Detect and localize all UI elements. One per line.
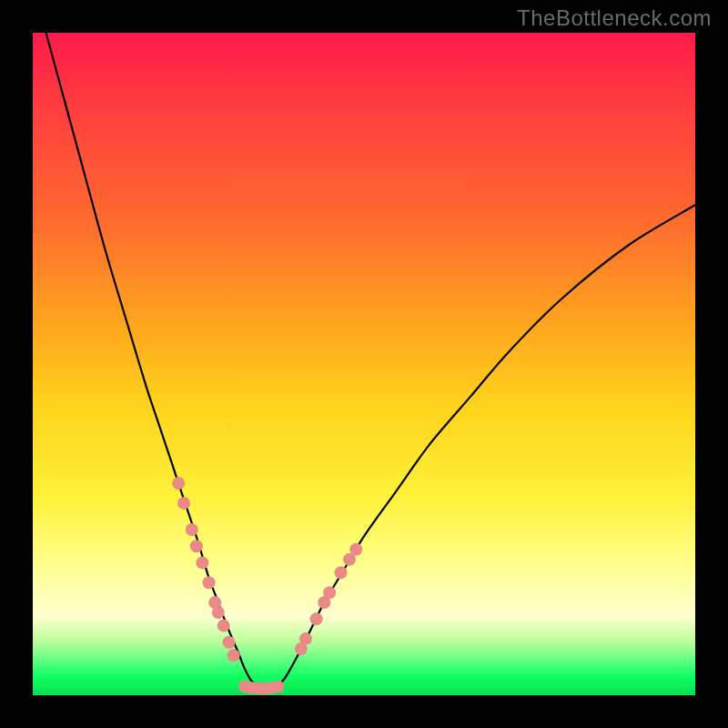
marker-dot <box>323 586 336 599</box>
watermark-text: TheBottleneck.com <box>517 5 712 31</box>
marker-dot <box>349 543 362 556</box>
marker-dot <box>203 576 216 589</box>
chart-svg <box>33 33 695 695</box>
marker-dot <box>271 681 284 693</box>
marker-dot <box>228 649 240 662</box>
marker-dot <box>212 606 225 619</box>
marker-dot <box>190 540 203 552</box>
marker-dot <box>335 566 348 579</box>
marker-dot <box>223 636 236 649</box>
bottleneck-curve <box>46 33 695 689</box>
chart-frame: TheBottleneck.com <box>0 0 728 728</box>
marker-dot <box>196 556 208 569</box>
marker-dot <box>217 620 230 632</box>
marker-dot <box>299 632 312 645</box>
marker-dot <box>186 523 198 536</box>
marker-dot <box>310 612 323 625</box>
marker-dot <box>172 477 185 490</box>
marker-dot <box>177 497 190 510</box>
plot-area <box>33 33 695 695</box>
